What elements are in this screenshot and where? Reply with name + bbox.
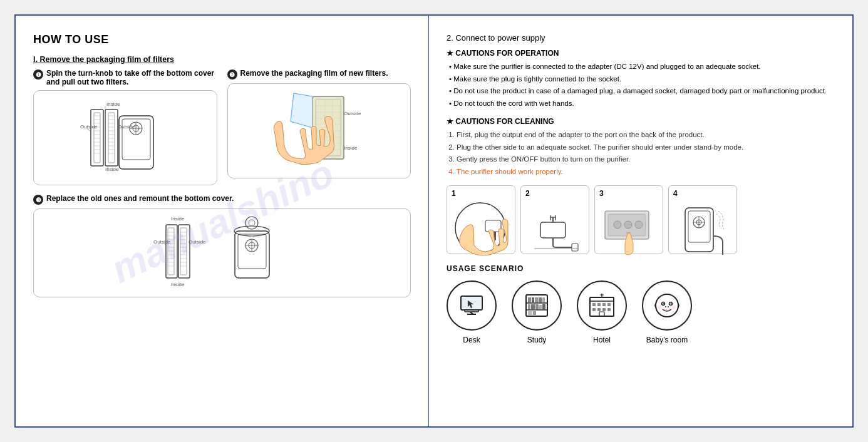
svg-point-150	[663, 303, 664, 304]
caution-cleaning: ★ CAUTIONS FOR CLEANING First, plug the …	[447, 117, 835, 178]
svg-text:Outside: Outside	[153, 239, 171, 245]
left-panel: HOW TO USE I. Remove the packaging film …	[16, 16, 429, 426]
step-img-num-3: 3	[599, 189, 604, 198]
svg-rect-134	[590, 297, 614, 316]
step-img-num-2: 2	[525, 189, 530, 198]
study-icon-circle	[512, 280, 562, 331]
step-img-3: 3	[594, 185, 663, 254]
bullet-item: Make sure the plug is tightly connetted …	[449, 73, 835, 86]
desk-icon-circle	[447, 280, 497, 331]
step3-text: Replace the old ones and remount the bot…	[46, 194, 234, 203]
step2-text: Remove the packaging film of new filters…	[240, 69, 388, 78]
svg-rect-136	[592, 303, 596, 306]
svg-text:Inside: Inside	[171, 216, 185, 222]
svg-rect-55	[168, 228, 174, 275]
svg-rect-137	[597, 303, 601, 306]
step-img-4: 4	[668, 185, 737, 254]
study-label: Study	[527, 336, 547, 344]
step2-image: Outside Inside	[227, 83, 411, 178]
svg-rect-82	[235, 231, 269, 278]
svg-rect-132	[528, 311, 532, 315]
step1-text: Spin the turn-knob to take off the botto…	[46, 69, 217, 86]
step3-section: ❸ Replace the old ones and remount the b…	[33, 194, 411, 297]
svg-rect-128	[531, 304, 535, 309]
step1-label: ❶ Spin the turn-knob to take off the bot…	[33, 69, 217, 86]
svg-rect-133	[533, 311, 536, 315]
step-item: The purifier should work properly.	[457, 166, 835, 178]
svg-rect-125	[539, 297, 542, 302]
svg-text:Inside: Inside	[171, 282, 185, 287]
svg-text:Outside: Outside	[80, 124, 98, 130]
usage-icon-study: Study	[512, 280, 562, 344]
hotel-icon-circle	[577, 280, 627, 331]
baby-icon-circle	[642, 280, 692, 331]
usage-title: USAGE SCENARIO	[447, 264, 835, 273]
hotel-label: Hotel	[593, 336, 611, 344]
svg-rect-142	[602, 308, 606, 311]
svg-rect-131	[542, 304, 545, 309]
svg-rect-19	[105, 110, 118, 166]
svg-point-155	[672, 306, 676, 309]
svg-point-147	[656, 294, 678, 317]
caution-operation: ★ CAUTIONS FOR OPERATION Make sure the p…	[447, 49, 835, 110]
svg-rect-20	[108, 113, 115, 163]
bullet-item: Do not use the product in case of a dama…	[449, 85, 835, 98]
step3-image: Outside Inside Outside Inside	[33, 208, 411, 297]
svg-text:Outside: Outside	[118, 124, 135, 130]
step-img-2: 2	[520, 185, 589, 254]
baby-label: Baby's room	[646, 336, 688, 344]
step-img-num-1: 1	[452, 189, 456, 198]
svg-text:Inside: Inside	[106, 101, 120, 107]
step-img-1: 1	[447, 185, 515, 254]
usage-icon-desk: Desk	[447, 280, 497, 344]
svg-rect-116	[465, 310, 478, 312]
bullet-item: Do not touch the cord with wet hands.	[449, 98, 835, 110]
svg-rect-130	[539, 305, 542, 309]
svg-point-103	[614, 221, 621, 229]
svg-point-152	[665, 306, 666, 307]
step2-col: ❷ Remove the packaging film of new filte…	[227, 69, 411, 185]
desk-label: Desk	[463, 336, 480, 344]
svg-rect-126	[542, 297, 545, 302]
steps-row-1: ❶ Spin the turn-knob to take off the bot…	[33, 69, 411, 185]
step2-label: ❷ Remove the packaging film of new filte…	[227, 69, 411, 80]
svg-rect-127	[528, 304, 530, 309]
svg-rect-141	[597, 308, 601, 311]
svg-text:Inside: Inside	[344, 145, 358, 151]
svg-rect-107	[685, 208, 713, 252]
svg-text:Outside: Outside	[344, 111, 361, 116]
step1-circle: ❶	[33, 69, 43, 80]
svg-rect-124	[535, 297, 539, 302]
page: HOW TO USE I. Remove the packaging film …	[14, 14, 854, 428]
svg-rect-139	[607, 303, 611, 306]
caution1-label: ★ CAUTIONS FOR OPERATION	[447, 49, 835, 58]
svg-point-151	[671, 303, 672, 304]
svg-rect-122	[528, 297, 531, 302]
svg-point-105	[635, 221, 643, 229]
bullet-item: Make sure the purifier is connected to t…	[449, 61, 835, 73]
svg-rect-95	[572, 244, 578, 251]
step-images-row: 1 2	[447, 185, 835, 254]
caution2-steps: First, plug the output end of the adapte…	[447, 129, 835, 178]
step3-circle: ❸	[33, 195, 43, 205]
svg-text:Inside: Inside	[105, 167, 119, 172]
svg-rect-94	[540, 222, 566, 238]
svg-rect-7	[94, 113, 100, 163]
step-img-num-4: 4	[673, 189, 678, 198]
svg-rect-123	[532, 297, 534, 302]
svg-text:Outside: Outside	[189, 239, 206, 245]
step3-label: ❸ Replace the old ones and remount the b…	[33, 194, 411, 205]
svg-rect-143	[607, 308, 611, 311]
step-item: Gently press the ON/OFF button to turn o…	[457, 153, 835, 166]
svg-rect-138	[602, 303, 606, 306]
step1-image: Outside Inside Outside Inside	[33, 90, 217, 185]
step2-circle: ❷	[227, 69, 237, 80]
svg-rect-129	[535, 304, 539, 309]
svg-point-89	[245, 217, 258, 229]
svg-rect-140	[592, 308, 596, 311]
step-item: First, plug the output end of the adapte…	[457, 129, 835, 141]
step-item: Plug the other side to an adequate socke…	[457, 141, 835, 154]
svg-rect-144	[599, 312, 604, 316]
svg-point-104	[624, 221, 632, 229]
svg-point-154	[658, 306, 662, 309]
